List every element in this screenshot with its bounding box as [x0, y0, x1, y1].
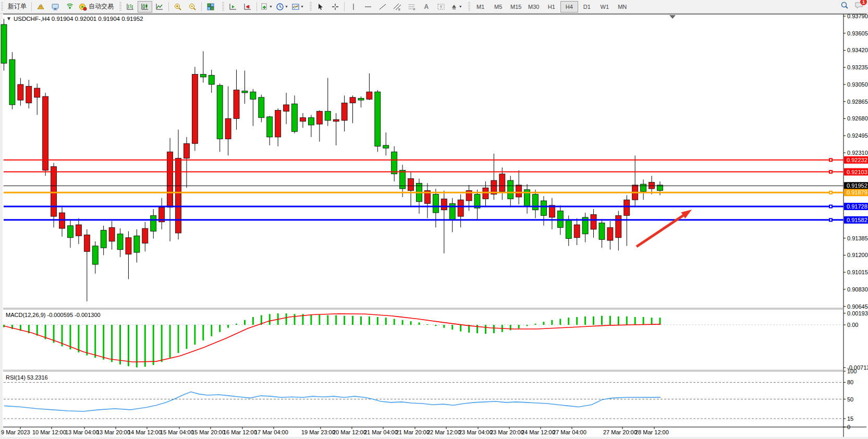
candle-body-bear	[516, 185, 522, 197]
level-drag-marker-center	[830, 192, 832, 193]
toolbar-separator	[168, 2, 169, 11]
tile-windows-icon[interactable]	[203, 1, 218, 13]
candle-body-bear	[458, 200, 463, 216]
candle-body-bull	[508, 180, 514, 199]
horizontal-line-tool-icon[interactable]	[361, 1, 375, 13]
candle-body-bear	[192, 75, 198, 144]
candle-body-bull	[92, 246, 98, 264]
candle-body-bear	[341, 103, 347, 120]
time-axis-label: 21 Mar 20:00	[396, 429, 430, 435]
time-axis-label: 24 Mar 12:00	[521, 429, 555, 435]
chevron-down-icon[interactable]: ▼	[300, 5, 304, 8]
candle-body-bear	[284, 105, 289, 111]
zoom-in-icon[interactable]	[170, 1, 185, 13]
macd-axis-label: 0.00	[847, 322, 858, 328]
periods-button[interactable]: ▼	[274, 1, 290, 13]
chevron-down-icon[interactable]: ▼	[285, 5, 288, 8]
timeframe-button-W1[interactable]: W1	[596, 1, 614, 13]
gold-ingot-icon[interactable]	[33, 1, 48, 13]
top-toolbar: 新订单 自动交易 ▼ ▼	[0, 0, 868, 14]
chart-collapse-icon[interactable]: ▼	[6, 16, 11, 21]
toolbar-separator	[31, 2, 32, 11]
candle-body-bull	[308, 118, 314, 125]
time-axis-label: 27 Mar 04:00	[553, 429, 586, 435]
price-axis-label: 0.91200	[847, 252, 868, 258]
price-axis-label: 0.93050	[847, 81, 868, 88]
chevron-down-icon[interactable]: ▼	[269, 5, 273, 8]
fibonacci-tool-icon[interactable]: F	[405, 1, 419, 13]
timeframe-group: M1M5M15M30H1H4D1W1MN	[472, 1, 631, 13]
candle-body-bear	[591, 215, 596, 229]
auto-trading-button[interactable]: 自动交易	[77, 1, 115, 13]
candle-body-bear	[300, 118, 305, 121]
price-axis-label: 0.90830	[847, 286, 868, 292]
candle-body-bull	[259, 97, 264, 118]
trendline-tool-icon[interactable]	[375, 1, 390, 13]
candle-body-bear	[649, 182, 655, 189]
line-chart-mode-icon[interactable]	[152, 1, 167, 13]
candle-body-bear	[607, 227, 613, 240]
candle-body-bull	[151, 215, 156, 231]
vertical-line-tool-icon[interactable]	[346, 1, 361, 13]
candle-body-bear	[84, 235, 90, 251]
candle-body-bull	[641, 184, 646, 191]
toolbar-grip[interactable]	[222, 2, 224, 11]
crosshair-tool-icon[interactable]	[328, 1, 343, 13]
candle-body-bear	[142, 228, 148, 243]
toolbar-grip[interactable]	[310, 2, 312, 11]
arrows-tool-button[interactable]: ▼	[448, 1, 464, 13]
search-icon[interactable]	[840, 1, 849, 12]
time-axis-label: 23 Mar 20:00	[490, 429, 524, 435]
indicators-button[interactable]: ▼	[290, 1, 305, 13]
toolbar-grip[interactable]	[1, 2, 3, 11]
toolbar-grip[interactable]	[468, 2, 470, 11]
candle-body-bull	[533, 194, 539, 210]
toolbar-separator	[344, 2, 345, 11]
notifications-chat-icon[interactable]: 1	[854, 1, 864, 12]
bar-chart-mode-icon[interactable]	[123, 1, 138, 13]
candle-body-bear	[43, 96, 48, 170]
time-axis-label: 13 Mar 04:00	[65, 429, 99, 435]
level-price-badge-label: 0.92103	[847, 169, 867, 175]
notification-badge: 1	[860, 0, 867, 5]
candle-body-bear	[126, 238, 131, 254]
new-order-button[interactable]: 新订单	[5, 1, 30, 13]
timeframe-button-H1[interactable]: H1	[543, 1, 560, 13]
new-chart-button[interactable]: ▼	[259, 1, 274, 13]
text-label-tool[interactable]: A	[419, 1, 434, 13]
timeframe-button-MN[interactable]: MN	[614, 1, 631, 13]
rsi-axis-label: 0	[847, 424, 850, 430]
candle-body-bear	[184, 143, 189, 158]
candle-body-bear	[234, 90, 239, 119]
equidistant-channel-tool-icon[interactable]: E	[390, 1, 405, 13]
cursor-tool-icon[interactable]	[313, 1, 328, 13]
timeframe-button-M30[interactable]: M30	[525, 1, 543, 13]
chart-shift-icon[interactable]	[240, 1, 255, 13]
timeframe-button-M1[interactable]: M1	[472, 1, 490, 13]
text-frame-tool[interactable]: T	[434, 1, 448, 13]
level-drag-marker-center	[830, 205, 832, 207]
svg-text:E: E	[398, 8, 400, 11]
candle-body-bull	[599, 223, 605, 239]
auto-trading-label: 自动交易	[89, 2, 114, 11]
signal-broadcast-icon[interactable]	[63, 1, 77, 13]
candlestick-mode-icon[interactable]	[138, 1, 152, 13]
timeframe-button-M5[interactable]: M5	[490, 1, 507, 13]
toolbar-grip[interactable]	[119, 2, 121, 11]
candle-body-bull	[325, 111, 331, 120]
price-axis-label: 0.90645	[847, 303, 868, 310]
rsi-axis-label: 80	[847, 379, 853, 385]
candle-body-bear	[316, 111, 322, 124]
macd-axis-label: 0.001938	[847, 310, 868, 316]
timeframe-button-H4[interactable]: H4	[560, 1, 578, 13]
chevron-down-icon[interactable]: ▼	[459, 5, 462, 8]
timeframe-button-D1[interactable]: D1	[578, 1, 596, 13]
timeframe-button-M15[interactable]: M15	[507, 1, 525, 13]
price-axis-label: 0.92865	[847, 99, 868, 105]
chart-canvas[interactable]: 0.937900.936050.934200.932350.930500.928…	[0, 0, 868, 439]
zoom-out-icon[interactable]	[185, 1, 200, 13]
terminal-monitor-icon[interactable]	[48, 1, 63, 13]
price-axis-label: 0.93235	[847, 64, 868, 70]
auto-scroll-icon[interactable]	[226, 1, 240, 13]
candle-body-bear	[26, 87, 32, 103]
